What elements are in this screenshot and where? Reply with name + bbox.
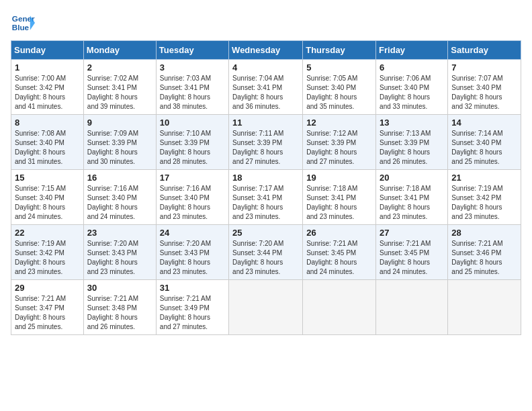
day-number: 13 <box>380 118 444 128</box>
table-row: 1Sunrise: 7:00 AMSunset: 3:42 PMDaylight… <box>11 60 84 115</box>
day-number: 11 <box>232 118 299 128</box>
day-number: 24 <box>160 228 225 238</box>
table-row: 6Sunrise: 7:06 AMSunset: 3:40 PMDaylight… <box>376 60 448 115</box>
day-info: Sunrise: 7:04 AMSunset: 3:41 PMDaylight:… <box>232 74 299 111</box>
day-info: Sunrise: 7:09 AMSunset: 3:39 PMDaylight:… <box>87 129 152 167</box>
day-number: 7 <box>451 62 517 73</box>
day-number: 27 <box>380 228 444 238</box>
day-info: Sunrise: 7:00 AMSunset: 3:42 PMDaylight:… <box>15 74 80 111</box>
day-number: 22 <box>15 228 80 238</box>
day-info: Sunrise: 7:19 AMSunset: 3:42 PMDaylight:… <box>15 239 80 277</box>
table-row <box>303 280 376 335</box>
page-header: General Blue <box>11 11 521 35</box>
calendar-header-row: SundayMondayTuesdayWednesdayThursdayFrid… <box>11 41 521 60</box>
table-row: 26Sunrise: 7:21 AMSunset: 3:45 PMDayligh… <box>303 225 376 280</box>
day-number: 2 <box>87 62 152 73</box>
day-number: 29 <box>15 283 80 293</box>
calendar-week-row: 8Sunrise: 7:08 AMSunset: 3:40 PMDaylight… <box>11 115 521 170</box>
day-number: 3 <box>160 62 225 73</box>
day-number: 18 <box>232 173 299 183</box>
table-row: 23Sunrise: 7:20 AMSunset: 3:43 PMDayligh… <box>83 225 156 280</box>
day-info: Sunrise: 7:10 AMSunset: 3:39 PMDaylight:… <box>160 129 225 167</box>
day-info: Sunrise: 7:21 AMSunset: 3:47 PMDaylight:… <box>15 294 80 332</box>
table-row: 11Sunrise: 7:11 AMSunset: 3:39 PMDayligh… <box>229 115 303 170</box>
day-info: Sunrise: 7:11 AMSunset: 3:39 PMDaylight:… <box>232 129 299 167</box>
calendar-week-row: 15Sunrise: 7:15 AMSunset: 3:40 PMDayligh… <box>11 170 521 225</box>
calendar-week-row: 29Sunrise: 7:21 AMSunset: 3:47 PMDayligh… <box>11 280 521 335</box>
day-number: 6 <box>380 62 444 73</box>
day-header-thursday: Thursday <box>303 41 376 60</box>
day-info: Sunrise: 7:06 AMSunset: 3:40 PMDaylight:… <box>380 74 444 111</box>
table-row: 17Sunrise: 7:16 AMSunset: 3:40 PMDayligh… <box>156 170 228 225</box>
calendar-table: SundayMondayTuesdayWednesdayThursdayFrid… <box>11 40 521 335</box>
day-header-wednesday: Wednesday <box>229 41 303 60</box>
day-info: Sunrise: 7:08 AMSunset: 3:40 PMDaylight:… <box>15 129 80 167</box>
day-number: 30 <box>87 283 152 293</box>
day-number: 5 <box>306 62 372 73</box>
day-info: Sunrise: 7:18 AMSunset: 3:41 PMDaylight:… <box>380 184 444 222</box>
day-header-tuesday: Tuesday <box>156 41 228 60</box>
day-info: Sunrise: 7:18 AMSunset: 3:41 PMDaylight:… <box>306 184 372 222</box>
table-row: 8Sunrise: 7:08 AMSunset: 3:40 PMDaylight… <box>11 115 84 170</box>
day-info: Sunrise: 7:03 AMSunset: 3:41 PMDaylight:… <box>160 74 225 111</box>
day-info: Sunrise: 7:21 AMSunset: 3:48 PMDaylight:… <box>87 294 152 332</box>
table-row <box>229 280 303 335</box>
table-row: 16Sunrise: 7:16 AMSunset: 3:40 PMDayligh… <box>83 170 156 225</box>
day-info: Sunrise: 7:05 AMSunset: 3:40 PMDaylight:… <box>306 74 372 111</box>
table-row: 20Sunrise: 7:18 AMSunset: 3:41 PMDayligh… <box>376 170 448 225</box>
day-number: 28 <box>451 228 517 238</box>
day-number: 26 <box>306 228 372 238</box>
day-header-sunday: Sunday <box>11 41 84 60</box>
table-row: 9Sunrise: 7:09 AMSunset: 3:39 PMDaylight… <box>83 115 156 170</box>
table-row: 18Sunrise: 7:17 AMSunset: 3:41 PMDayligh… <box>229 170 303 225</box>
table-row: 21Sunrise: 7:19 AMSunset: 3:42 PMDayligh… <box>448 170 521 225</box>
day-number: 19 <box>306 173 372 183</box>
day-number: 9 <box>87 118 152 128</box>
day-info: Sunrise: 7:12 AMSunset: 3:39 PMDaylight:… <box>306 129 372 167</box>
day-number: 16 <box>87 173 152 183</box>
calendar-week-row: 22Sunrise: 7:19 AMSunset: 3:42 PMDayligh… <box>11 225 521 280</box>
table-row: 19Sunrise: 7:18 AMSunset: 3:41 PMDayligh… <box>303 170 376 225</box>
table-row: 13Sunrise: 7:13 AMSunset: 3:39 PMDayligh… <box>376 115 448 170</box>
day-number: 23 <box>87 228 152 238</box>
day-info: Sunrise: 7:19 AMSunset: 3:42 PMDaylight:… <box>451 184 517 222</box>
table-row: 12Sunrise: 7:12 AMSunset: 3:39 PMDayligh… <box>303 115 376 170</box>
day-info: Sunrise: 7:13 AMSunset: 3:39 PMDaylight:… <box>380 129 444 167</box>
day-number: 1 <box>15 62 80 73</box>
table-row: 30Sunrise: 7:21 AMSunset: 3:48 PMDayligh… <box>83 280 156 335</box>
table-row: 31Sunrise: 7:21 AMSunset: 3:49 PMDayligh… <box>156 280 228 335</box>
day-info: Sunrise: 7:20 AMSunset: 3:43 PMDaylight:… <box>87 239 152 277</box>
day-info: Sunrise: 7:16 AMSunset: 3:40 PMDaylight:… <box>160 184 225 222</box>
day-number: 20 <box>380 173 444 183</box>
day-info: Sunrise: 7:21 AMSunset: 3:49 PMDaylight:… <box>160 294 225 332</box>
svg-text:Blue: Blue <box>12 23 30 32</box>
day-number: 21 <box>451 173 517 183</box>
day-info: Sunrise: 7:02 AMSunset: 3:41 PMDaylight:… <box>87 74 152 111</box>
day-info: Sunrise: 7:14 AMSunset: 3:40 PMDaylight:… <box>451 129 517 167</box>
day-info: Sunrise: 7:21 AMSunset: 3:46 PMDaylight:… <box>451 239 517 277</box>
day-number: 12 <box>306 118 372 128</box>
table-row: 7Sunrise: 7:07 AMSunset: 3:40 PMDaylight… <box>448 60 521 115</box>
table-row: 25Sunrise: 7:20 AMSunset: 3:44 PMDayligh… <box>229 225 303 280</box>
day-number: 4 <box>232 62 299 73</box>
day-info: Sunrise: 7:15 AMSunset: 3:40 PMDaylight:… <box>15 184 80 222</box>
table-row: 22Sunrise: 7:19 AMSunset: 3:42 PMDayligh… <box>11 225 84 280</box>
day-number: 25 <box>232 228 299 238</box>
table-row: 4Sunrise: 7:04 AMSunset: 3:41 PMDaylight… <box>229 60 303 115</box>
table-row: 2Sunrise: 7:02 AMSunset: 3:41 PMDaylight… <box>83 60 156 115</box>
table-row: 10Sunrise: 7:10 AMSunset: 3:39 PMDayligh… <box>156 115 228 170</box>
table-row: 15Sunrise: 7:15 AMSunset: 3:40 PMDayligh… <box>11 170 84 225</box>
day-info: Sunrise: 7:20 AMSunset: 3:43 PMDaylight:… <box>160 239 225 277</box>
table-row <box>448 280 521 335</box>
day-info: Sunrise: 7:20 AMSunset: 3:44 PMDaylight:… <box>232 239 299 277</box>
day-number: 8 <box>15 118 80 128</box>
day-number: 15 <box>15 173 80 183</box>
table-row: 28Sunrise: 7:21 AMSunset: 3:46 PMDayligh… <box>448 225 521 280</box>
table-row <box>376 280 448 335</box>
table-row: 14Sunrise: 7:14 AMSunset: 3:40 PMDayligh… <box>448 115 521 170</box>
day-number: 10 <box>160 118 225 128</box>
day-info: Sunrise: 7:21 AMSunset: 3:45 PMDaylight:… <box>306 239 372 277</box>
day-number: 14 <box>451 118 517 128</box>
table-row: 29Sunrise: 7:21 AMSunset: 3:47 PMDayligh… <box>11 280 84 335</box>
day-info: Sunrise: 7:07 AMSunset: 3:40 PMDaylight:… <box>451 74 517 111</box>
